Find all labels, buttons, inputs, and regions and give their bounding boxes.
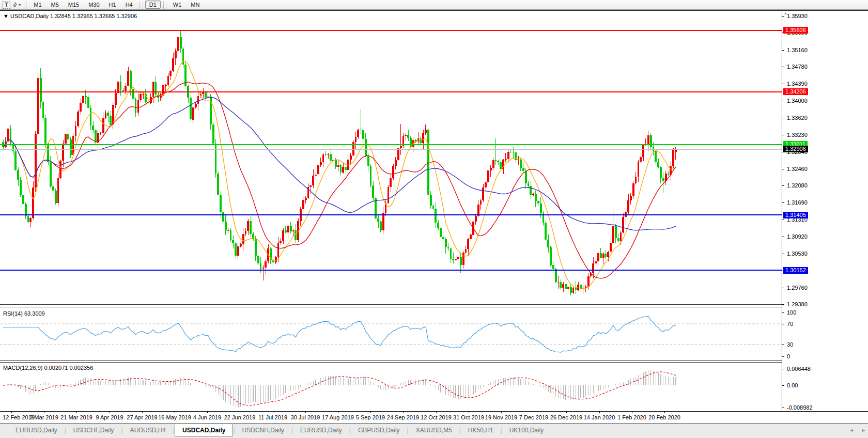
price-tick-mark [782,220,784,220]
timeframe-button-w1[interactable]: W1 [169,1,186,9]
rsi-plot[interactable] [0,308,782,360]
timeframe-button-h1[interactable]: H1 [105,1,120,9]
date-tick-mark [11,412,12,413]
date-label: 5 Sep 2019 [356,414,385,420]
date-tick-mark [44,412,44,413]
macd-scale-label: -0.008982 [787,404,813,411]
price-tick-mark [782,237,784,237]
price-tick-label: 1.32080 [787,182,808,189]
date-tick-mark [469,412,469,413]
price-tick-mark [782,169,784,169]
date-label: 4 Jun 2019 [193,414,221,420]
candlestick-plot[interactable] [0,11,782,304]
date-tick-mark [403,412,404,413]
hline-price-tag: 1.35606 [783,27,808,34]
date-label: 2 Mar 2019 [29,414,58,420]
price-tick-label: 1.35930 [787,13,808,19]
timeframe-button-row: M1M5M15M30H1H4D1W1MN [29,1,204,9]
chart-tab-uk100-daily[interactable]: UK100,Daily [502,424,551,436]
hline-price-tag: 1.30152 [783,267,808,274]
cycle-arrows-button[interactable]: ⇅ ▾ [12,1,21,9]
rsi-scale-label: 0 [787,353,790,359]
price-tick-mark [782,50,784,51]
price-tick-label: 1.34390 [787,81,808,87]
price-tick-label: 1.33620 [787,115,808,121]
date-label: 24 Sep 2019 [387,414,419,420]
price-tick-mark [782,304,784,305]
macd-indicator-pane[interactable]: MACD(12,26,9) 0.002071 0.002356 [0,363,782,411]
price-tick-mark [782,16,784,17]
text-tool-button[interactable]: T [3,1,10,9]
rsi-scale-label: 100 [787,309,796,316]
price-scale[interactable]: ▲ 1.359301.355501.351601.347801.343901.3… [782,11,868,411]
date-label: 16 May 2019 [158,414,191,420]
date-tick-mark [566,412,567,413]
price-tick-label: 1.30920 [787,233,808,240]
date-tick-mark [632,412,632,413]
chart-tab-usdchf-daily[interactable]: USDCHF,Daily [66,424,121,436]
date-tick-mark [501,412,502,413]
timeframe-button-m15[interactable]: M15 [64,1,83,9]
macd-tick-mark [782,385,784,386]
toolbar-separator [163,1,166,9]
date-tick-mark [175,412,175,413]
macd-plot[interactable] [0,363,782,411]
main-chart-pane[interactable]: ▼ USDCAD,Daily 1.32845 1.32965 1.32665 1… [0,11,782,304]
chart-tab-usdcnh-daily[interactable]: USDCNH,Daily [235,424,291,436]
trading-platform-window: T ⇅ ▾ M1M5M15M30H1H4D1W1MN ▼ USDCAD,Dail… [0,0,868,438]
date-label: 22 Jun 2019 [224,414,256,420]
price-tick-mark [782,185,784,186]
pane-divider[interactable] [0,304,868,308]
cycle-arrows-icon: ⇅ [11,1,19,9]
tab-scroll-arrows: ◄ ► [843,428,866,433]
price-tick-mark [782,101,784,101]
toolbar-separator [140,1,143,9]
tab-scroll-left-icon[interactable]: ◄ [849,428,854,433]
date-tick-mark [273,412,273,413]
current-price-tag: 1.32906 [783,146,808,152]
date-label: 9 Apr 2019 [96,414,123,420]
date-label: 21 Mar 2019 [60,414,92,420]
time-axis[interactable]: 12 Feb 20192 Mar 201921 Mar 20199 Apr 20… [0,411,868,424]
date-label: 30 Jul 2019 [291,414,320,420]
chart-tab-audusd-h4[interactable]: AUDUSD,H4 [123,424,173,436]
toolbar: T ⇅ ▾ M1M5M15M30H1H4D1W1MN [0,0,868,10]
chart-tab-eurusd-daily[interactable]: EURUSD,Daily [8,424,65,436]
chart-tab-gbpusd-daily[interactable]: GBPUSD,Daily [351,424,407,436]
chart-tab-hk50-h1[interactable]: HK50,H1 [461,424,501,436]
rsi-tick-mark [782,324,784,324]
date-label: 1 Feb 2020 [617,414,646,420]
date-tick-mark [207,412,208,413]
text-tool-icon: T [3,1,10,9]
price-tick-label: 1.34000 [787,98,808,104]
price-tick-label: 1.32460 [787,166,808,172]
timeframe-button-d1[interactable]: D1 [145,1,161,9]
timeframe-button-m1[interactable]: M1 [29,1,45,9]
timeframe-button-m5[interactable]: M5 [47,1,63,9]
macd-scale-label: 0.006448 [787,366,811,372]
rsi-scale-label: 30 [787,341,793,348]
timeframe-button-h4[interactable]: H4 [121,1,137,9]
macd-tick-mark [782,408,784,408]
date-label: 7 Dec 2019 [519,414,548,420]
chart-tab-usdcad-daily[interactable]: USDCAD,Daily [175,424,233,436]
date-label: 17 Aug 2019 [322,414,354,420]
date-tick-mark [534,412,534,413]
price-tick-mark [782,84,784,84]
chart-tab-xauusd-m5[interactable]: XAUUSD,M5 [409,424,459,436]
chart-tab-bar: EURUSD,Daily|USDCHF,Daily|AUDUSD,H4|USDC… [0,424,868,438]
hline-price-tag: 1.34206 [783,88,808,95]
date-tick-mark [76,412,77,413]
price-tick-mark [782,67,784,67]
date-label: 31 Oct 2019 [453,414,484,420]
date-tick-mark [240,412,240,413]
rsi-indicator-pane[interactable]: RSI(14) 63.3009 [0,308,782,360]
price-tick-label: 1.33230 [787,132,808,138]
date-tick-mark [599,412,600,413]
timeframe-button-m30[interactable]: M30 [84,1,103,9]
price-tick-label: 1.34780 [787,64,808,70]
chart-tab-eurusd-daily[interactable]: EURUSD,Daily [293,424,349,436]
rsi-tick-mark [782,356,784,357]
timeframe-button-mn[interactable]: MN [187,1,204,9]
tab-scroll-right-icon[interactable]: ► [861,428,866,433]
